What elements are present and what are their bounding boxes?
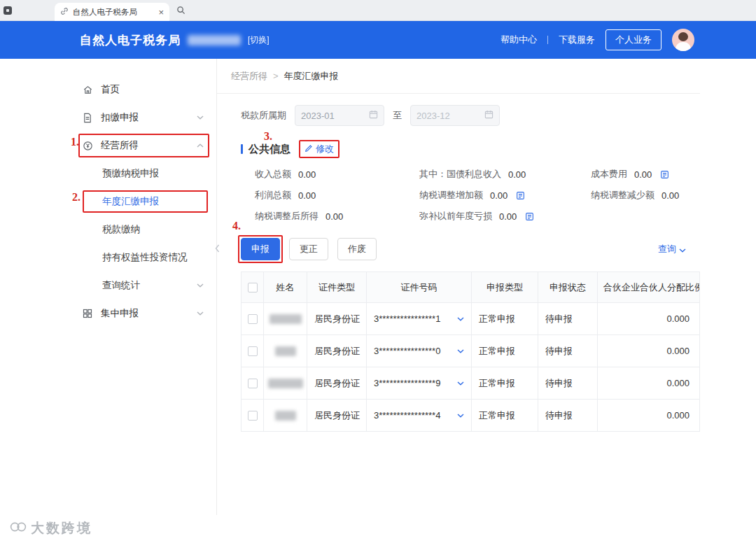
chevron-down-icon[interactable] — [457, 381, 464, 386]
redacted-name — [268, 379, 303, 388]
breadcrumb-separator: > — [273, 71, 279, 81]
watermark-text: 大数跨境 — [31, 519, 92, 537]
chevron-down-icon — [197, 311, 204, 316]
date-to-input[interactable]: 2023-12 — [410, 105, 500, 126]
section-title: 公共信息 — [248, 143, 290, 156]
tax-period-label: 税款所属期 — [241, 109, 286, 122]
field-label: 利润总额 — [255, 189, 291, 202]
query-toggle[interactable]: 查询 — [658, 243, 686, 255]
redacted-name — [275, 411, 296, 421]
cell-ratio: 0.000 — [598, 303, 700, 335]
annotation-box-1 — [78, 134, 209, 157]
app-title: 自然人电子税务局 — [80, 32, 181, 48]
cell-cert-type: 居民身份证 — [307, 400, 367, 432]
sidebar-item-business-income[interactable]: 1. 经营所得 — [67, 132, 216, 160]
field-total-income: 收入总额 0.00 — [255, 168, 419, 181]
sidebar-item-label: 扣缴申报 — [101, 111, 139, 124]
tab-close-icon[interactable]: × — [158, 8, 164, 17]
home-icon — [83, 85, 94, 95]
sidebar-item-query-statistics[interactable]: 查询统计 — [67, 272, 216, 299]
cell-declare-type: 正常申报 — [472, 367, 538, 400]
yuan-icon — [83, 141, 94, 151]
sidebar-item-annual-settlement[interactable]: 2. 年度汇缴申报 — [67, 188, 216, 216]
sidebar-collapse-icon[interactable] — [212, 238, 222, 259]
table-row: 居民身份证 3****************0 正常申报 待申报 0.000 — [241, 335, 700, 367]
column-name: 姓名 — [264, 272, 307, 303]
chevron-down-icon[interactable] — [457, 317, 464, 321]
cell-cert-number: 3****************4 — [374, 410, 440, 421]
sidebar-item-home[interactable]: 首页 — [67, 76, 216, 104]
sidebar-item-label: 查询统计 — [102, 279, 140, 292]
browser-tab-bar: 自然人电子税务局 × — [0, 0, 756, 21]
detail-icon[interactable] — [525, 212, 534, 221]
field-label: 其中：国债利息收入 — [419, 168, 501, 181]
watermark: 大数跨境 — [10, 519, 92, 537]
browser-corner-icon[interactable] — [4, 6, 12, 15]
cell-cert-type: 居民身份证 — [307, 367, 367, 400]
sidebar-item-centralized-declaration[interactable]: 集中申报 — [67, 299, 216, 327]
chevron-down-icon[interactable] — [457, 349, 464, 353]
field-value: 0.00 — [662, 190, 679, 201]
field-adjust-increase: 纳税调整增加额 0.00 — [419, 189, 591, 202]
select-all-checkbox[interactable] — [248, 283, 258, 292]
detail-icon[interactable] — [660, 170, 669, 179]
field-label: 收入总额 — [255, 168, 291, 181]
declare-button[interactable]: 申报 — [241, 238, 280, 260]
watermark-logo-icon — [10, 521, 27, 536]
correct-button[interactable]: 更正 — [289, 238, 328, 260]
browser-search-icon[interactable] — [176, 6, 186, 15]
field-value: 0.00 — [298, 169, 316, 180]
void-button[interactable]: 作废 — [337, 238, 377, 260]
main-content: 经营所得 > 年度汇缴申报 税款所属期 2023-01 至 2023-12 — [217, 59, 700, 515]
field-value: 0.00 — [326, 211, 343, 222]
row-checkbox[interactable] — [248, 411, 258, 421]
field-cost-expense: 成本费用 0.00 — [591, 168, 700, 181]
sidebar-item-label: 集中申报 — [101, 307, 139, 320]
sidebar-item-tax-payment[interactable]: 税款缴纳 — [67, 216, 216, 244]
pencil-icon — [304, 144, 313, 155]
chevron-down-icon — [197, 115, 204, 120]
chevron-down-icon[interactable] — [457, 414, 464, 418]
main-body: 税款所属期 2023-01 至 2023-12 — [217, 94, 700, 432]
column-cert-number: 证件号码 — [367, 272, 472, 303]
modify-link[interactable]: 3. 修改 — [299, 140, 340, 158]
table-row: 居民身份证 3****************4 正常申报 待申报 0.000 — [241, 400, 700, 432]
annotation-step-4: 4. — [232, 220, 241, 232]
redacted-name — [270, 314, 302, 324]
screen: 自然人电子税务局 × 自然人电子税务局 [切换] 帮助中心 下载服务 个人业务 — [0, 0, 756, 543]
sidebar-item-label: 首页 — [101, 83, 120, 96]
field-label: 弥补以前年度亏损 — [419, 210, 492, 223]
date-from-input[interactable]: 2023-01 — [295, 105, 384, 126]
link-icon — [60, 6, 69, 18]
sidebar: 首页 扣缴申报 1. 经营所得 — [67, 59, 217, 515]
row-checkbox[interactable] — [248, 346, 258, 356]
breadcrumb: 经营所得 > 年度汇缴申报 — [217, 59, 700, 94]
download-service-link[interactable]: 下载服务 — [559, 34, 595, 46]
row-checkbox[interactable] — [248, 314, 258, 324]
sidebar-item-prepayment-declaration[interactable]: 预缴纳税申报 — [67, 160, 216, 188]
cell-ratio: 0.000 — [598, 367, 700, 400]
personal-business-button[interactable]: 个人业务 — [606, 29, 662, 50]
detail-icon[interactable] — [516, 191, 525, 200]
browser-tab[interactable]: 自然人电子税务局 × — [55, 3, 169, 21]
annotation-step-3: 3. — [264, 130, 272, 143]
switch-entity-link[interactable]: [切换] — [248, 34, 270, 46]
date-to-value: 2023-12 — [416, 111, 484, 121]
sidebar-item-equity-investment[interactable]: 持有权益性投资情况 — [67, 244, 216, 272]
redacted-name — [275, 346, 296, 356]
row-checkbox[interactable] — [248, 379, 258, 388]
date-from-value: 2023-01 — [301, 111, 369, 121]
cell-cert-number: 3****************0 — [374, 346, 440, 356]
field-value: 0.00 — [499, 211, 517, 222]
cell-status: 待申报 — [538, 335, 598, 367]
breadcrumb-parent[interactable]: 经营所得 — [231, 70, 267, 83]
sidebar-item-label: 持有权益性投资情况 — [102, 251, 188, 264]
cell-ratio: 0.000 — [598, 335, 700, 367]
field-prior-year-loss: 弥补以前年度亏损 0.00 — [419, 210, 591, 223]
help-center-link[interactable]: 帮助中心 — [500, 34, 537, 46]
declaration-table: 姓名 证件类型 证件号码 申报类型 申报状态 合伙企业合伙人分配比例 居民身 — [241, 272, 700, 432]
sidebar-item-withholding[interactable]: 扣缴申报 — [67, 104, 216, 132]
user-avatar[interactable] — [672, 29, 694, 51]
action-toolbar: 4. 申报 更正 作废 查询 — [241, 238, 700, 260]
sidebar-item-label: 预缴纳税申报 — [102, 167, 159, 180]
